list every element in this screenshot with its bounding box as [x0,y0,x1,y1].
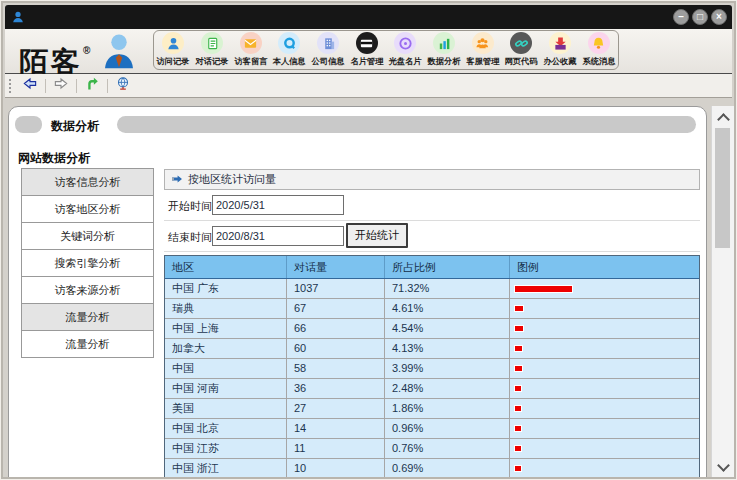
maximize-button[interactable]: □ [692,9,708,25]
globe-icon [115,76,131,95]
table-header-cell: 对话量 [287,256,385,278]
back-button[interactable] [20,77,40,95]
toolbar-button[interactable]: 客服管理 [463,32,502,69]
region-cell: 瑞典 [165,299,287,318]
minimize-button[interactable]: – [673,9,689,25]
table-row[interactable]: 瑞典 67 4.61% [165,299,699,319]
table-row[interactable]: 中国 广东 1037 71.32% [165,279,699,299]
dialogs-cell: 58 [287,359,385,378]
vertical-scrollbar[interactable] [711,106,734,478]
legend-cell [510,279,699,298]
start-time-input[interactable] [212,195,344,215]
toolbar-grip[interactable] [9,79,13,93]
region-cell: 中国 河南 [165,379,287,398]
toolbar-button[interactable]: 光盘名片 [386,32,425,69]
legend-bar [515,466,521,471]
toolbar-button-icon [356,32,378,54]
toolbar-button[interactable]: 系统消息 [579,32,618,69]
legend-cell [510,419,699,438]
dialogs-cell: 67 [287,299,385,318]
toolbar-button-label: 本人信息 [273,56,306,68]
sidebar-menu-item[interactable]: 关键词分析 [21,222,154,250]
dialogs-cell: 1037 [287,279,385,298]
toolbar-button-icon [162,32,184,54]
close-button[interactable]: × [711,9,727,25]
table-row[interactable]: 中国 北京 14 0.96% [165,419,699,439]
table-row[interactable]: 中国 上海 66 4.54% [165,319,699,339]
logo-avatar-icon [103,32,135,70]
toolbar-button-label: 公司信息 [311,56,344,68]
back-arrow-icon [22,76,38,95]
legend-bar [515,306,523,311]
table-row[interactable]: 中国 浙江 10 0.69% [165,459,699,478]
toolbar-button[interactable]: 对话记录 [193,32,232,69]
percent-cell: 0.69% [385,459,510,478]
sidebar-menu-item[interactable]: 搜索引擎分析 [21,249,154,277]
toolbar-button[interactable]: 办公收藏 [541,32,580,69]
sidebar-menu-item[interactable]: 流量分析 [21,303,154,331]
toolbar-button-label: 访客留言 [234,56,267,68]
toolbar-button-icon [549,32,571,54]
toolbar-button-icon [588,32,610,54]
toolbar-button[interactable]: 访问记录 [154,32,193,69]
legend-bar [515,426,521,431]
table-row[interactable]: 中国 河南 36 2.48% [165,379,699,399]
toolbar-button[interactable]: 名片管理 [347,32,386,69]
home-button[interactable] [113,77,133,95]
region-cell: 中国 北京 [165,419,287,438]
table-row[interactable]: 中国 江苏 11 0.76% [165,439,699,459]
scroll-down-button[interactable] [712,458,734,476]
tab-data-analysis[interactable]: 数据分析 [51,118,99,135]
dialogs-cell: 14 [287,419,385,438]
region-cell: 加拿大 [165,339,287,358]
toolbar-button-label: 数据分析 [427,56,460,68]
toolbar-iconbar: 访问记录 对话记录 访客留言 本人信息 公司信息 [153,30,619,70]
sidebar-menu-item[interactable]: 访客来源分析 [21,276,154,304]
sidebar-menu-item[interactable]: 访客信息分析 [21,168,154,196]
legend-cell [510,299,699,318]
table-row[interactable]: 美国 27 1.86% [165,399,699,419]
table-header-cell: 所占比例 [385,256,510,278]
separator [45,79,46,93]
scroll-up-button[interactable] [712,108,734,126]
toolbar-button[interactable]: 网页代码 [502,32,541,69]
legend-cell [510,399,699,418]
sidebar-menu-item[interactable]: 流量分析 [21,330,154,358]
toolbar-button[interactable]: 访客留言 [231,32,270,69]
tab-pill-right [117,116,696,133]
toolbar-button-label: 办公收藏 [543,56,576,68]
toolbar-button-icon [240,32,262,54]
dialogs-cell: 11 [287,439,385,458]
scrollbar-thumb[interactable] [715,128,730,248]
end-time-row: 结束时间： 开始统计 [164,221,700,252]
legend-bar [515,366,522,371]
forward-button[interactable] [51,77,71,95]
legend-cell [510,459,699,478]
toolbar-button-label: 网页代码 [505,56,538,68]
percent-cell: 4.54% [385,319,510,338]
nav-toolbar [5,74,732,98]
region-cell: 中国 [165,359,287,378]
end-time-input[interactable] [212,226,344,246]
toolbar-button-label: 光盘名片 [389,56,422,68]
legend-cell [510,319,699,338]
dialogs-cell: 60 [287,339,385,358]
sidebar-menu-item[interactable]: 访客地区分析 [21,195,154,223]
redo-arrow-icon [84,76,100,95]
legend-bar [515,386,521,391]
refresh-button[interactable] [82,77,102,95]
registered-mark: ® [83,45,90,56]
toolbar-button[interactable]: 数据分析 [425,32,464,69]
legend-bar [515,286,572,292]
region-cell: 中国 广东 [165,279,287,298]
toolbar-button[interactable]: 公司信息 [309,32,348,69]
dialogs-cell: 36 [287,379,385,398]
toolbar-button[interactable]: 本人信息 [270,32,309,69]
start-statistics-button[interactable]: 开始统计 [346,223,408,248]
toolbar-button-icon [278,32,300,54]
legend-cell [510,439,699,458]
chevron-down-icon [717,459,730,472]
stats-section-header: 按地区统计访问量 [164,169,700,190]
table-row[interactable]: 中国 58 3.99% [165,359,699,379]
table-row[interactable]: 加拿大 60 4.13% [165,339,699,359]
